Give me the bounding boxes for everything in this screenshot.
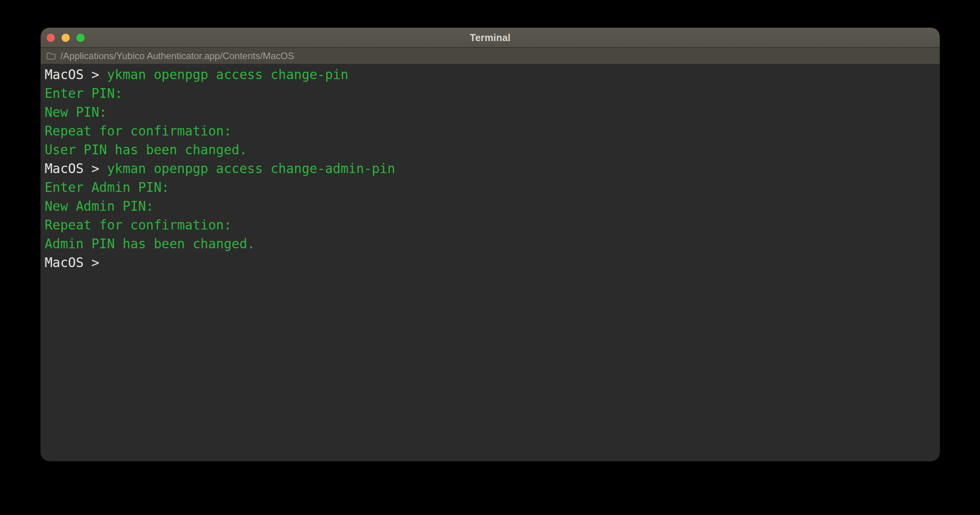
close-button[interactable] [47, 34, 55, 42]
terminal-window: Terminal /Applications/Yubico Authentica… [41, 28, 940, 461]
terminal-line: New Admin PIN: [45, 197, 935, 216]
traffic-lights [47, 28, 85, 47]
terminal-line: Repeat for confirmation: [45, 216, 935, 235]
prompt-text: MacOS > [45, 161, 107, 176]
terminal-line: MacOS > [45, 253, 935, 272]
terminal-line: MacOS > ykman openpgp access change-pin [45, 65, 935, 84]
zoom-button[interactable] [76, 34, 85, 42]
command-text: ykman openpgp access change-admin-pin [107, 161, 395, 176]
working-directory-path: /Applications/Yubico Authenticator.app/C… [60, 51, 294, 61]
output-text: Repeat for confirmation: [45, 217, 232, 233]
tab-path-bar[interactable]: /Applications/Yubico Authenticator.app/C… [41, 48, 940, 64]
desktop-background: Terminal /Applications/Yubico Authentica… [0, 0, 980, 515]
prompt-text: MacOS > [45, 67, 107, 82]
output-text: Enter PIN: [45, 86, 123, 101]
terminal-line: MacOS > ykman openpgp access change-admi… [45, 159, 935, 178]
terminal-line: Repeat for confirmation: [45, 122, 935, 141]
titlebar[interactable]: Terminal [41, 28, 940, 48]
terminal-line: Admin PIN has been changed. [45, 235, 935, 253]
terminal-content[interactable]: MacOS > ykman openpgp access change-pin … [41, 64, 940, 461]
output-text: New PIN: [45, 105, 107, 120]
output-text: Repeat for confirmation: [45, 123, 232, 139]
terminal-line: New PIN: [45, 103, 935, 122]
window-title: Terminal [470, 32, 511, 43]
terminal-line: Enter PIN: [45, 84, 935, 103]
output-text: New Admin PIN: [45, 199, 154, 214]
prompt-text: MacOS > [45, 255, 99, 270]
output-text: User PIN has been changed. [45, 142, 247, 157]
output-text: Admin PIN has been changed. [45, 236, 255, 251]
terminal-line: User PIN has been changed. [45, 141, 935, 159]
folder-icon [46, 52, 56, 60]
terminal-line: Enter Admin PIN: [45, 178, 935, 197]
output-text: Enter Admin PIN: [45, 180, 169, 195]
command-text: ykman openpgp access change-pin [107, 67, 348, 82]
minimize-button[interactable] [62, 34, 70, 42]
